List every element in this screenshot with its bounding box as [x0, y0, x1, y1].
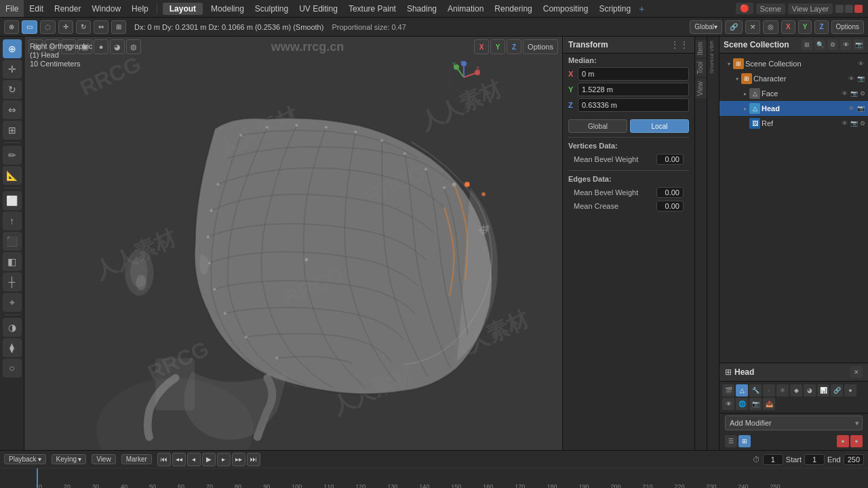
x-value[interactable]: 0 m [578, 67, 689, 81]
workspace-modeling[interactable]: Modeling [205, 0, 250, 17]
select-box-btn[interactable]: ▭ [22, 20, 37, 34]
cursor-tool[interactable]: ⊕ [3, 39, 22, 58]
render-props-icon[interactable]: 📷 [749, 398, 762, 410]
add-modifier-btn[interactable]: Add Modifier [725, 415, 863, 430]
item-tab[interactable]: Item [696, 39, 707, 58]
workspace-layout[interactable]: Layout [163, 3, 203, 15]
engine-selector[interactable]: 🔴 [736, 3, 753, 14]
mesh-props-icon[interactable]: △ [736, 384, 748, 396]
prev-frame-btn[interactable]: ◂ [187, 453, 201, 466]
workspace-compositing[interactable]: Compositing [538, 0, 594, 17]
constraints-icon[interactable]: 🔗 [831, 384, 843, 396]
options-btn[interactable]: Options [831, 20, 864, 34]
object-props-icon[interactable]: ◆ [790, 384, 802, 396]
maximize-icon[interactable] [845, 5, 853, 13]
transform-btn[interactable]: ⊞ [111, 20, 126, 34]
grid-view-icon[interactable]: ⊞ [738, 435, 751, 447]
current-frame[interactable]: 1 [763, 454, 783, 465]
tree-face[interactable]: ▸ △ Face 👁 📷 ⚙ [719, 86, 868, 101]
measure-tool[interactable]: 📐 [3, 166, 22, 185]
move-tool[interactable]: ✛ [3, 60, 22, 79]
mean-bevel-e-val[interactable]: 0.00 [656, 187, 684, 198]
snap-dropdown[interactable]: Global ▾ [690, 20, 722, 34]
face-eye[interactable]: 👁 [840, 89, 849, 98]
outliner-search-icon[interactable]: 🔍 [814, 39, 825, 50]
view-tab[interactable]: View [696, 79, 707, 99]
start-frame[interactable]: 1 [804, 454, 825, 465]
extrude-tool[interactable]: ↑ [3, 211, 22, 230]
next-frame-btn[interactable]: ▸ [217, 453, 231, 466]
character-render[interactable]: 📷 [856, 74, 865, 83]
end-frame[interactable]: 250 [844, 454, 864, 465]
axis-x-btn[interactable]: X [781, 20, 795, 34]
jump-to-start-btn[interactable]: ⏮ [157, 453, 171, 466]
physics-icon[interactable]: ⚛ [776, 384, 789, 396]
y-value[interactable]: 1.5228 m [578, 83, 689, 96]
workspace-sculpting[interactable]: Sculpting [250, 0, 294, 17]
world-icon[interactable]: 🌐 [736, 398, 748, 410]
next-keyframe-btn[interactable]: ▸▸ [232, 453, 245, 466]
close-props-icon[interactable]: ✕ [850, 366, 863, 378]
minimize-icon[interactable] [835, 5, 844, 13]
scene-selector[interactable]: Scene [756, 3, 785, 14]
z-value[interactable]: 0.63336 m [578, 98, 689, 112]
workspace-shading[interactable]: Shading [401, 0, 442, 17]
timeline-ruler[interactable]: 10 20 30 40 50 60 70 80 90 100 110 120 1… [0, 468, 868, 488]
smooth-tool[interactable]: ◑ [3, 318, 22, 337]
transform-tool[interactable]: ⊞ [3, 121, 22, 140]
ref-toggle[interactable] [741, 119, 749, 127]
add-cube-tool[interactable]: ⬜ [3, 191, 22, 210]
prev-keyframe-btn[interactable]: ◂◂ [172, 453, 186, 466]
ref-eye[interactable]: 👁 [840, 119, 849, 128]
lasso-btn[interactable]: ◌ [40, 20, 56, 34]
head-eye[interactable]: 👁 [846, 104, 856, 113]
head-render[interactable]: 📷 [856, 104, 865, 113]
mean-crease-val[interactable]: 0.00 [656, 201, 684, 211]
face-render[interactable]: 📷 [849, 89, 859, 98]
character-eye[interactable]: 👁 [846, 74, 856, 83]
character-toggle[interactable]: ▾ [733, 75, 741, 83]
axis-z-btn[interactable]: Z [814, 20, 828, 34]
shear-tool[interactable]: ⧫ [3, 338, 22, 357]
inset-tool[interactable]: ⬛ [3, 232, 22, 251]
workspace-texture-paint[interactable]: Texture Paint [343, 0, 401, 17]
particles-icon[interactable]: · [763, 384, 775, 396]
shading-icon[interactable]: ● [844, 384, 856, 396]
close-icon[interactable] [854, 5, 863, 13]
jump-to-end-btn[interactable]: ⏭ [247, 453, 260, 466]
menu-item-render[interactable]: Render [49, 0, 86, 17]
outliner-filter-icon[interactable]: ⊞ [802, 39, 812, 50]
data-icon[interactable]: 📊 [817, 384, 829, 396]
workspace-scripting[interactable]: Scripting [593, 0, 636, 17]
tree-head[interactable]: ▸ △ Head 👁 📷 [719, 101, 868, 116]
proportional-btn[interactable]: ◎ [763, 20, 778, 34]
global-btn[interactable]: Global [568, 119, 627, 133]
play-btn[interactable]: ▶ [202, 453, 216, 466]
snap-icon-btn[interactable]: 🔗 [725, 20, 743, 34]
rotate-tool[interactable]: ↻ [3, 80, 22, 99]
keying-dropdown[interactable]: Keying ▾ [52, 454, 87, 464]
material-icon[interactable]: ◕ [804, 384, 816, 396]
loop-cut-tool[interactable]: ┼ [3, 272, 22, 291]
workspace-uv-editing[interactable]: UV Editing [294, 0, 343, 17]
to-sphere-tool[interactable]: ○ [3, 359, 22, 378]
workspace-animation[interactable]: Animation [442, 0, 489, 17]
scene-collection-eye[interactable]: 👁 [856, 59, 865, 68]
local-btn[interactable]: Local [630, 119, 689, 133]
move-btn[interactable]: ✛ [58, 20, 73, 34]
add-workspace-icon[interactable]: + [639, 3, 644, 14]
scale-tool[interactable]: ⇔ [3, 100, 22, 119]
mean-bevel-v-val[interactable]: 0.00 [656, 154, 684, 165]
menu-item-file[interactable]: File [0, 0, 24, 17]
view-layer-selector[interactable]: View Layer [788, 3, 833, 14]
annotate-tool[interactable]: ✏ [3, 146, 22, 165]
visibility-icon[interactable]: 👁 [722, 398, 734, 410]
menu-item-edit[interactable]: Edit [24, 0, 49, 17]
scale-btn[interactable]: ⇔ [94, 20, 108, 34]
menu-item-window[interactable]: Window [86, 0, 126, 17]
error-icon[interactable]: ● [837, 435, 849, 447]
panel-options-icon[interactable]: ⋮⋮ [670, 39, 689, 50]
scene-collection-toggle[interactable]: ▾ [725, 60, 733, 68]
output-icon[interactable]: 📤 [763, 398, 775, 410]
bevel-tool[interactable]: ◧ [3, 252, 22, 271]
